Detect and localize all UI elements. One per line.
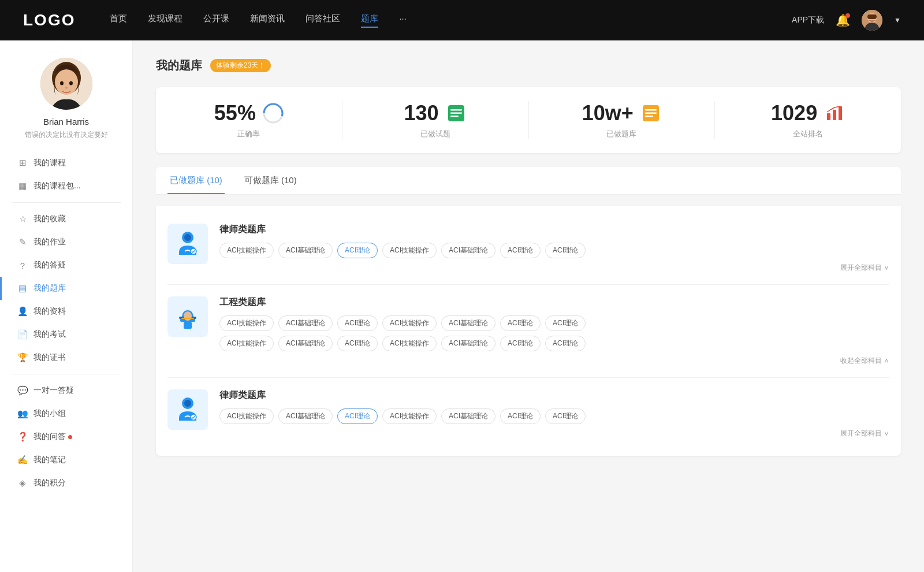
- bank-tag-active[interactable]: ACI理论: [337, 408, 378, 424]
- bank-tag[interactable]: ACI基础理论: [278, 243, 333, 258]
- svg-rect-23: [833, 110, 836, 120]
- bank-tags-engineer-row2: ACI技能操作 ACI基础理论 ACI理论 ACI技能操作 ACI基础理论 AC…: [219, 336, 889, 351]
- stat-top-3: 10w+: [582, 101, 661, 125]
- stat-number-2: 130: [404, 101, 439, 125]
- stat-top-4: 1029: [771, 101, 845, 125]
- sidebar: Brian Harris 错误的决定比没有决定要好 ⊞ 我的课程 ▦ 我的课程包…: [0, 40, 133, 572]
- app-download-btn[interactable]: APP下载: [792, 15, 824, 25]
- bank-title-engineer: 工程类题库: [219, 296, 889, 309]
- svg-rect-22: [827, 113, 830, 120]
- nav-open-course[interactable]: 公开课: [203, 13, 229, 28]
- bank-tag[interactable]: ACI技能操作: [219, 315, 274, 331]
- profile-icon: 👤: [17, 306, 28, 317]
- sidebar-divider-2: [12, 374, 121, 374]
- stat-number-3: 10w+: [582, 101, 634, 125]
- stat-label-2: 已做试题: [420, 129, 450, 139]
- bank-tag[interactable]: ACI理论: [545, 408, 586, 424]
- sidebar-item-notes[interactable]: ✍ 我的笔记: [0, 448, 132, 471]
- sidebar-item-label: 我的问答: [33, 432, 66, 442]
- sidebar-item-label: 我的资料: [33, 306, 66, 317]
- nav-discover[interactable]: 发现课程: [148, 13, 182, 28]
- bank-tag[interactable]: ACI基础理论: [278, 315, 333, 331]
- tab-done-banks[interactable]: 已做题库 (10): [167, 167, 225, 194]
- bank-expand-lawyer-1[interactable]: 展开全部科目 ∨: [219, 263, 889, 273]
- sidebar-item-certificate[interactable]: 🏆 我的证书: [0, 346, 132, 369]
- group-icon: 👥: [17, 408, 28, 419]
- bank-tag[interactable]: ACI基础理论: [278, 408, 333, 424]
- tab-available-banks[interactable]: 可做题库 (10): [242, 167, 299, 194]
- bank-tag[interactable]: ACI基础理论: [441, 408, 495, 424]
- exam-icon: 📄: [17, 329, 28, 340]
- stat-label-4: 全站排名: [793, 129, 823, 139]
- bank-tag-active[interactable]: ACI理论: [337, 243, 378, 258]
- bank-expand-engineer[interactable]: 收起全部科目 ∧: [219, 356, 889, 366]
- bank-tag[interactable]: ACI理论: [545, 315, 586, 331]
- sidebar-menu: ⊞ 我的课程 ▦ 我的课程包... ☆ 我的收藏 ✎ 我的作业 ? 我的答疑 ▤: [0, 151, 132, 495]
- bank-tag[interactable]: ACI理论: [500, 243, 541, 258]
- sidebar-item-group[interactable]: 👥 我的小组: [0, 402, 132, 425]
- bank-tag[interactable]: ACI理论: [500, 336, 541, 351]
- nav-menu: 首页 发现课程 公开课 新闻资讯 问答社区 题库 ···: [110, 13, 792, 28]
- course-pack-icon: ▦: [17, 181, 28, 191]
- bank-tag[interactable]: ACI基础理论: [441, 243, 495, 258]
- bank-tag[interactable]: ACI基础理论: [441, 315, 495, 331]
- notification-bell[interactable]: 🔔: [836, 13, 850, 27]
- sidebar-item-my-qa[interactable]: ❓ 我的问答: [0, 425, 132, 448]
- bank-tag[interactable]: ACI理论: [500, 315, 541, 331]
- sidebar-item-label: 我的小组: [33, 408, 66, 419]
- bank-tag[interactable]: ACI技能操作: [219, 408, 274, 424]
- bank-tag[interactable]: ACI基础理论: [441, 336, 495, 351]
- bank-tag[interactable]: ACI基础理论: [278, 336, 333, 351]
- bank-card-lawyer-2: 律师类题库 ACI技能操作 ACI基础理论 ACI理论 ACI技能操作 ACI基…: [167, 378, 889, 450]
- svg-point-13: [267, 107, 279, 119]
- sidebar-item-1on1[interactable]: 💬 一对一答疑: [0, 379, 132, 402]
- bank-tag[interactable]: ACI技能操作: [382, 336, 437, 351]
- bank-tag[interactable]: ACI技能操作: [382, 315, 437, 331]
- svg-rect-20: [645, 113, 657, 114]
- user-menu-chevron[interactable]: ▼: [894, 16, 901, 24]
- sidebar-divider-1: [12, 202, 121, 203]
- bank-tag[interactable]: ACI技能操作: [219, 336, 274, 351]
- nav-news[interactable]: 新闻资讯: [250, 13, 285, 28]
- nav-question-bank[interactable]: 题库: [361, 13, 378, 28]
- svg-point-26: [184, 234, 191, 241]
- sidebar-item-profile[interactable]: 👤 我的资料: [0, 300, 132, 323]
- sidebar-item-homework[interactable]: ✎ 我的作业: [0, 231, 132, 254]
- sidebar-item-qa[interactable]: ? 我的答疑: [0, 254, 132, 277]
- sidebar-item-label: 我的证书: [33, 352, 66, 363]
- nav-home[interactable]: 首页: [110, 13, 127, 28]
- question-banks-section: 已做题库 (10) 可做题库 (10): [156, 167, 901, 456]
- sidebar-item-points[interactable]: ◈ 我的积分: [0, 471, 132, 495]
- notes-icon: ✍: [17, 455, 28, 465]
- bank-expand-lawyer-2[interactable]: 展开全部科目 ∨: [219, 429, 889, 439]
- bank-tag[interactable]: ACI技能操作: [382, 243, 437, 258]
- svg-rect-17: [450, 116, 459, 117]
- bank-tag[interactable]: ACI理论: [337, 336, 378, 351]
- sidebar-item-question-bank[interactable]: ▤ 我的题库: [0, 277, 132, 300]
- list-orange-icon: [640, 103, 661, 124]
- nav-more[interactable]: ···: [399, 13, 407, 28]
- bank-tag[interactable]: ACI技能操作: [382, 408, 437, 424]
- sidebar-item-course-pack[interactable]: ▦ 我的课程包...: [0, 174, 132, 198]
- bank-tag[interactable]: ACI理论: [337, 315, 378, 331]
- sidebar-item-exam[interactable]: 📄 我的考试: [0, 323, 132, 346]
- navbar: LOGO 首页 发现课程 公开课 新闻资讯 问答社区 题库 ··· APP下载 …: [0, 0, 924, 40]
- bank-tag[interactable]: ACI理论: [545, 243, 586, 258]
- stat-done-questions: 130 已做试题: [342, 101, 529, 139]
- sidebar-item-favorites[interactable]: ☆ 我的收藏: [0, 207, 132, 231]
- sidebar-motto: 错误的决定比没有决定要好: [25, 130, 108, 140]
- bank-tag[interactable]: ACI理论: [545, 336, 586, 351]
- sidebar-item-label: 我的积分: [33, 478, 66, 488]
- svg-rect-21: [645, 116, 653, 117]
- bank-title-lawyer-1: 律师类题库: [219, 224, 889, 236]
- bank-tags-engineer-row1: ACI技能操作 ACI基础理论 ACI理论 ACI技能操作 ACI基础理论 AC…: [219, 315, 889, 331]
- stat-done-banks: 10w+ 已做题库: [529, 101, 716, 139]
- bank-tag[interactable]: ACI技能操作: [219, 243, 274, 258]
- bank-card-engineer: 工程类题库 ACI技能操作 ACI基础理论 ACI理论 ACI技能操作 ACI基…: [167, 285, 889, 378]
- sidebar-item-label: 我的考试: [33, 329, 66, 340]
- sidebar-item-label: 我的课程包...: [33, 181, 81, 191]
- sidebar-item-my-course[interactable]: ⊞ 我的课程: [0, 151, 132, 174]
- nav-qa[interactable]: 问答社区: [305, 13, 340, 28]
- user-avatar[interactable]: [862, 10, 882, 31]
- bank-tag[interactable]: ACI理论: [500, 408, 541, 424]
